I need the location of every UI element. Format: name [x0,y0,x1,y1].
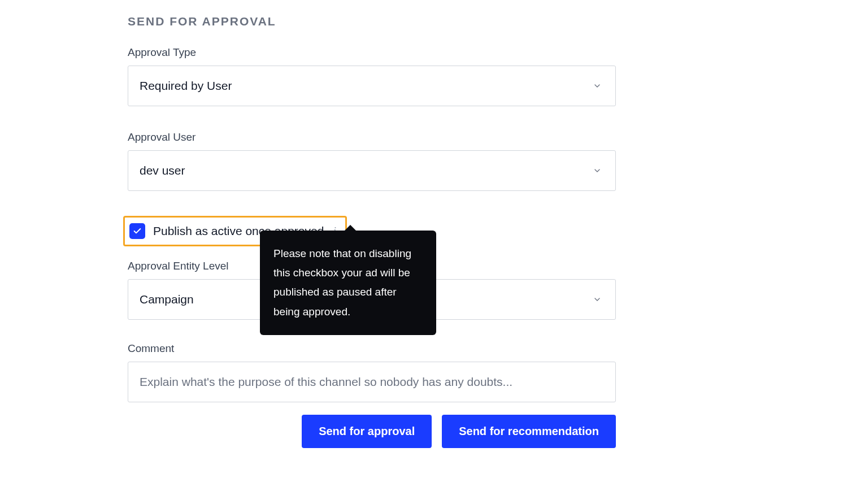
approval-entity-value: Campaign [140,293,194,306]
field-comment: Comment [128,342,616,402]
approval-user-label: Approval User [128,131,616,144]
chevron-down-icon [593,295,602,304]
section-title: SEND FOR APPROVAL [128,15,616,28]
approval-type-label: Approval Type [128,46,616,59]
chevron-down-icon [593,81,602,90]
approval-user-select[interactable]: dev user [128,150,616,191]
comment-input[interactable] [128,362,616,402]
field-approval-type: Approval Type Required by User [128,46,616,106]
approval-type-select[interactable]: Required by User [128,66,616,106]
approval-type-value: Required by User [140,79,232,93]
chevron-down-icon [593,166,602,175]
send-recommendation-button[interactable]: Send for recommendation [442,415,616,448]
field-approval-user: Approval User dev user [128,131,616,191]
publish-active-tooltip: Please note that on disabling this check… [260,231,436,335]
approval-user-value: dev user [140,164,185,177]
button-row: Send for approval Send for recommendatio… [128,415,616,448]
comment-label: Comment [128,342,616,355]
send-approval-button[interactable]: Send for approval [302,415,432,448]
publish-active-checkbox[interactable] [129,223,145,239]
